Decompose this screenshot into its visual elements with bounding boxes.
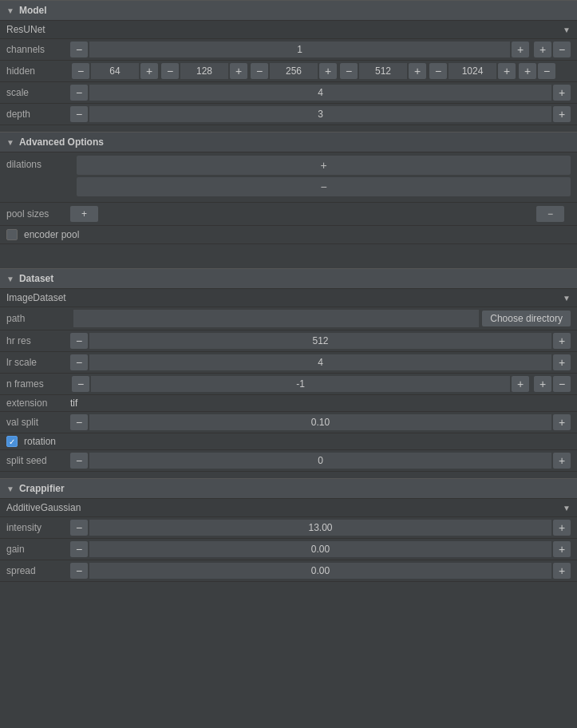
channels-minus-btn[interactable]: − (70, 42, 88, 57)
n-frames-btn-minus2[interactable]: − (553, 376, 571, 392)
model-type-label: ResUNet (6, 24, 45, 35)
lr-scale-input[interactable] (89, 354, 551, 370)
choose-directory-button[interactable]: Choose directory (482, 311, 571, 326)
depth-row: depth − + (0, 104, 577, 125)
advanced-title: Advanced Options (19, 136, 104, 148)
crappifier-type-row[interactable]: AdditiveGaussian ▼ (0, 499, 577, 517)
dataset-arrow: ▼ (6, 275, 14, 283)
rotation-row: ✓ rotation (0, 433, 577, 450)
gain-input[interactable] (89, 541, 551, 557)
lr-scale-plus-btn[interactable]: + (553, 354, 571, 370)
lr-scale-label: lr scale (6, 357, 70, 368)
gain-plus-btn[interactable]: + (553, 541, 571, 557)
scale-minus-btn[interactable]: − (70, 85, 88, 101)
hr-res-input[interactable] (89, 333, 551, 349)
intensity-input[interactable] (89, 520, 551, 536)
hidden-val-5[interactable] (449, 63, 496, 79)
spread-row: spread − + (0, 560, 577, 582)
scale-row: scale − + (0, 82, 577, 104)
extension-label: extension (6, 398, 70, 409)
depth-plus-btn[interactable]: + (553, 106, 571, 122)
advanced-header[interactable]: ▼ Advanced Options (0, 132, 577, 152)
hidden-minus-4[interactable]: − (340, 63, 358, 79)
pool-sizes-label: pool sizes (6, 208, 70, 220)
hidden-val-1[interactable] (91, 63, 139, 79)
split-seed-minus-btn[interactable]: − (70, 453, 88, 469)
intensity-label: intensity (6, 522, 70, 533)
crappifier-header[interactable]: ▼ Crappifier (0, 478, 577, 499)
hr-res-row: hr res − + (0, 330, 577, 352)
dilations-bars: + − (77, 156, 571, 199)
channels-input[interactable] (89, 42, 510, 57)
hidden-minus-5[interactable]: − (429, 63, 447, 79)
hidden-minus-2[interactable]: − (161, 63, 179, 79)
depth-controls: − + (70, 106, 571, 122)
depth-input[interactable] (89, 106, 551, 122)
spread-controls: − + (70, 563, 571, 579)
pool-plus-btn[interactable]: + (70, 206, 98, 222)
pool-minus-btn[interactable]: − (536, 206, 564, 222)
hidden-val-2[interactable] (180, 63, 228, 79)
hidden-plus-3[interactable]: + (319, 63, 337, 79)
pool-sizes-row: pool sizes + − (0, 203, 577, 226)
split-seed-plus-btn[interactable]: + (553, 453, 571, 469)
hidden-plus-4[interactable]: + (409, 63, 426, 79)
val-split-input[interactable] (89, 414, 551, 430)
channels-btn-minus2[interactable]: − (553, 42, 571, 57)
split-seed-label: split seed (6, 455, 70, 466)
channels-label: channels (6, 44, 70, 55)
n-frames-minus-btn[interactable]: − (72, 376, 89, 392)
encoder-pool-checkbox[interactable] (6, 229, 18, 240)
encoder-pool-row: encoder pool (0, 226, 577, 244)
hidden-minus-end[interactable]: − (538, 63, 555, 79)
extension-row: extension tif (0, 395, 577, 412)
hidden-val-3[interactable] (270, 63, 318, 79)
val-split-plus-btn[interactable]: + (553, 414, 571, 430)
lr-scale-minus-btn[interactable]: − (70, 354, 88, 370)
hidden-plus-1[interactable]: + (140, 63, 158, 79)
dilation-plus-bar[interactable]: + (77, 156, 571, 175)
intensity-minus-btn[interactable]: − (70, 520, 88, 536)
n-frames-input[interactable] (91, 376, 510, 392)
hidden-minus-3[interactable]: − (251, 63, 268, 79)
scale-input[interactable] (89, 85, 551, 101)
gain-row: gain − + (0, 539, 577, 560)
dilation-minus-bar[interactable]: − (77, 177, 571, 196)
hidden-minus-1[interactable]: − (72, 63, 89, 79)
n-frames-btn-plus2[interactable]: + (534, 376, 551, 392)
model-type-row[interactable]: ResUNet ▼ (0, 21, 577, 39)
rotation-checkbox[interactable]: ✓ (6, 436, 18, 447)
depth-minus-btn[interactable]: − (70, 106, 88, 122)
extension-value: tif (70, 398, 77, 409)
intensity-plus-btn[interactable]: + (553, 520, 571, 536)
n-frames-plus-btn[interactable]: + (512, 376, 529, 392)
gain-minus-btn[interactable]: − (70, 541, 88, 557)
hidden-val-4[interactable] (359, 63, 407, 79)
dataset-type-row[interactable]: ImageDataset ▼ (0, 289, 577, 307)
val-split-minus-btn[interactable]: − (70, 414, 88, 430)
hidden-plus-5[interactable]: + (498, 63, 516, 79)
dataset-section: ▼ Dataset ImageDataset ▼ path Choose dir… (0, 268, 577, 478)
spread-minus-btn[interactable]: − (70, 563, 88, 579)
spread-input[interactable] (89, 563, 551, 579)
channels-plus-btn[interactable]: + (512, 42, 529, 57)
crappifier-section: ▼ Crappifier AdditiveGaussian ▼ intensit… (0, 478, 577, 582)
split-seed-input[interactable] (89, 453, 551, 469)
val-split-row: val split − + (0, 412, 577, 433)
hr-res-plus-btn[interactable]: + (553, 333, 571, 349)
hr-res-minus-btn[interactable]: − (70, 333, 88, 349)
path-input[interactable] (73, 310, 479, 327)
path-row: path Choose directory (0, 307, 577, 330)
val-split-label: val split (6, 417, 70, 428)
crappifier-title: Crappifier (19, 483, 65, 494)
channels-controls: − + + − (70, 42, 571, 57)
dataset-header[interactable]: ▼ Dataset (0, 268, 577, 289)
scale-plus-btn[interactable]: + (553, 85, 571, 101)
hidden-plus-end[interactable]: + (519, 63, 536, 79)
rotation-label: rotation (24, 436, 56, 447)
model-header[interactable]: ▼ Model (0, 0, 577, 21)
channels-btn-plus2[interactable]: + (534, 42, 551, 57)
hidden-plus-2[interactable]: + (230, 63, 247, 79)
dataset-type-label: ImageDataset (6, 292, 66, 303)
spread-plus-btn[interactable]: + (553, 563, 571, 579)
